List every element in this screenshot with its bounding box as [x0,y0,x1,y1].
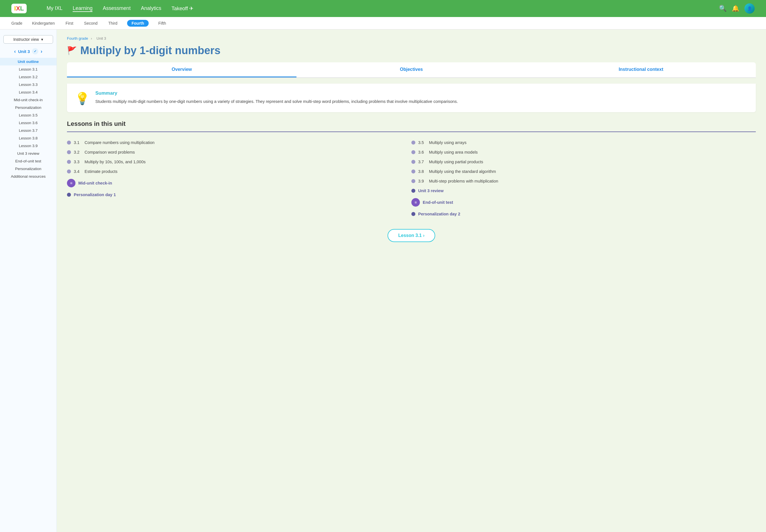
lesson-dot [67,160,71,164]
sidebar-item-unit-outline[interactable]: Unit outline [0,58,56,65]
list-item[interactable]: 3.2 Comparison word problems [67,147,411,157]
grade-third[interactable]: Third [107,21,118,26]
breadcrumb-sep: › [91,36,93,41]
summary-heading: Summary [95,90,458,96]
sidebar-item-additional-resources[interactable]: Additional resources [0,173,56,180]
page-title: 🚩 Multiply by 1-digit numbers [67,44,756,57]
sidebar-item-lesson-3-8[interactable]: Lesson 3.8 [0,134,56,142]
sidebar-item-personalization-2[interactable]: Personalization [0,165,56,173]
sidebar-item-mid-unit-check-in[interactable]: Mid-unit check-in [0,96,56,104]
grade-label: Grade [11,21,22,26]
next-lesson-button[interactable]: Lesson 3.1 › [388,229,435,242]
mid-unit-icon: ≡ [67,179,75,187]
lesson-dot [67,169,71,173]
lessons-grid: 3.1 Compare numbers using multiplication… [67,138,756,219]
list-item[interactable]: 3.7 Multiply using partial products [411,157,756,167]
nav-myixl[interactable]: My IXL [46,5,62,12]
grade-fourth[interactable]: Fourth [127,20,149,27]
grade-first[interactable]: First [64,21,74,26]
lesson-dot [411,160,415,164]
logo-x: X [16,5,20,12]
unit-label: Unit 3 [18,49,30,54]
flag-icon: 🚩 [67,46,77,55]
lesson-dot [67,193,71,197]
tabs: Overview Objectives Instructional contex… [67,62,756,78]
nav-links: My IXL Learning Assessment Analytics Tak… [46,5,194,12]
sidebar-item-lesson-3-3[interactable]: Lesson 3.3 [0,81,56,88]
lesson-dot [411,212,415,216]
chevron-down-icon: ▾ [41,37,43,42]
lessons-left-col: 3.1 Compare numbers using multiplication… [67,138,411,219]
breadcrumb-parent[interactable]: Fourth grade [67,36,88,41]
top-nav: IXL My IXL Learning Assessment Analytics… [0,0,766,17]
next-button-wrap: Lesson 3.1 › [67,229,756,242]
sidebar-item-end-of-unit-test[interactable]: End-of-unit test [0,157,56,165]
list-item[interactable]: 3.4 Estimate products [67,167,411,176]
list-item[interactable]: 3.3 Multiply by 10s, 100s, and 1,000s [67,157,411,167]
sidebar-item-unit-3-review[interactable]: Unit 3 review [0,150,56,157]
lesson-dot [67,141,71,145]
lessons-right-col: 3.5 Multiply using arrays 3.6 Multiply u… [411,138,756,219]
lesson-dot [411,150,415,154]
main-layout: Instructor view ▾ ‹ Unit 3 ✓ › Unit outl… [0,29,766,532]
nav-right: 🔍 🔔 👤 [719,3,755,14]
lesson-dot [411,179,415,183]
lessons-divider [67,132,756,132]
lesson-dot [411,189,415,193]
nav-assessment[interactable]: Assessment [103,5,130,12]
lessons-section-title: Lessons in this unit [67,120,756,128]
tab-instructional-context[interactable]: Instructional context [526,62,756,77]
grade-kindergarten[interactable]: Kindergarten [31,21,56,26]
list-item[interactable]: ≡ Mid-unit check-in [67,176,411,190]
grade-second[interactable]: Second [83,21,98,26]
list-item[interactable]: 3.1 Compare numbers using multiplication [67,138,411,147]
sidebar-item-lesson-3-7[interactable]: Lesson 3.7 [0,127,56,134]
list-item[interactable]: Personalization day 1 [67,190,411,200]
logo[interactable]: IXL [11,4,27,13]
instructor-view-label: Instructor view [13,37,39,42]
sidebar-item-personalization-1[interactable]: Personalization [0,104,56,111]
summary-text: Summary Students multiply multi-digit nu… [95,90,458,105]
tab-objectives[interactable]: Objectives [297,62,526,77]
sidebar: Instructor view ▾ ‹ Unit 3 ✓ › Unit outl… [0,29,57,532]
sidebar-item-lesson-3-9[interactable]: Lesson 3.9 [0,142,56,150]
list-item[interactable]: 3.8 Multiply using the standard algorith… [411,167,756,176]
sidebar-item-lesson-3-1[interactable]: Lesson 3.1 [0,65,56,73]
sidebar-item-lesson-3-2[interactable]: Lesson 3.2 [0,73,56,81]
nav-learning[interactable]: Learning [73,5,92,12]
search-icon[interactable]: 🔍 [719,5,727,12]
list-item[interactable]: Unit 3 review [411,186,756,196]
grade-fifth[interactable]: Fifth [157,21,167,26]
summary-card: 💡 Summary Students multiply multi-digit … [67,84,756,112]
prev-unit-arrow[interactable]: ‹ [14,48,16,54]
list-item[interactable]: 3.6 Multiply using area models [411,147,756,157]
list-item[interactable]: 3.9 Multi-step problems with multiplicat… [411,176,756,186]
summary-body: Students multiply multi-digit numbers by… [95,98,458,105]
list-item[interactable]: ≡ End-of-unit test [411,196,756,209]
lesson-dot [67,150,71,154]
list-item[interactable]: 3.5 Multiply using arrays [411,138,756,147]
next-unit-arrow[interactable]: › [41,48,42,54]
notification-icon[interactable]: 🔔 [732,5,739,12]
nav-analytics[interactable]: Analytics [141,5,161,12]
logo-l: L [20,5,24,12]
sidebar-item-lesson-3-6[interactable]: Lesson 3.6 [0,119,56,127]
sidebar-item-lesson-3-5[interactable]: Lesson 3.5 [0,111,56,119]
avatar[interactable]: 👤 [744,3,755,14]
main-content: Fourth grade › Unit 3 🚩 Multiply by 1-di… [57,29,766,532]
list-item[interactable]: Personalization day 2 [411,209,756,219]
grade-bar: Grade Kindergarten First Second Third Fo… [0,17,766,29]
end-unit-icon: ≡ [411,198,420,207]
breadcrumb: Fourth grade › Unit 3 [67,36,756,41]
unit-nav: ‹ Unit 3 ✓ › [0,48,56,54]
tab-overview[interactable]: Overview [67,62,297,77]
breadcrumb-child: Unit 3 [96,36,106,41]
lesson-dot [411,169,415,173]
instructor-view-dropdown[interactable]: Instructor view ▾ [3,35,53,44]
lesson-dot [411,141,415,145]
unit-check-icon[interactable]: ✓ [32,48,38,54]
nav-takeoff[interactable]: Takeoff ✈ [171,5,194,12]
bulb-icon: 💡 [75,92,90,105]
sidebar-item-lesson-3-4[interactable]: Lesson 3.4 [0,88,56,96]
